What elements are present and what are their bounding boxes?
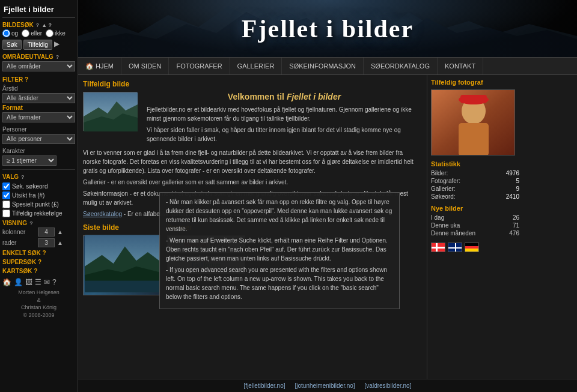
header: Fjellet i bilder (78, 0, 577, 57)
nav-om-siden[interactable]: OM SIDEN (121, 58, 169, 74)
visning-help-icon[interactable]: ? (29, 220, 33, 226)
checkbox-sokkeord[interactable]: Søk. søkeord (2, 182, 75, 190)
valg-help-icon[interactable]: ? (21, 174, 25, 180)
fotografer-label: Fotografer: (431, 178, 460, 184)
flag-uk[interactable] (448, 243, 462, 252)
valg-section: Søk. søkeord Utsikt fra (#) Spesielt pun… (2, 182, 75, 217)
radio-ikke[interactable]: ikke (46, 29, 66, 37)
welcome-p1: Fjelletbilder.no er et bildearkiv med ho… (147, 105, 422, 123)
rader-label: rader (2, 240, 35, 246)
footer-link1[interactable]: [fjelletibilder.no] (244, 382, 285, 389)
kartsok-help-icon[interactable]: ? (34, 268, 37, 274)
person-nav-icon[interactable]: 👤 (14, 278, 23, 286)
tilfeldig-bilde-header: Tilfeldig bilde (83, 80, 422, 88)
kolonner-up-icon[interactable]: ▲ (57, 229, 63, 235)
kolonner-label: kolonner (2, 229, 35, 235)
omrade-select[interactable]: Alle områder (2, 61, 75, 71)
nav-gallerier[interactable]: GALLERIER (230, 58, 282, 74)
gallerier-label: Gallerier: (431, 185, 456, 192)
nav-sokeinformasjon[interactable]: SØKEINFORMASJON (282, 58, 364, 74)
tooltip-text3: - If you open advanced search you are pr… (166, 265, 393, 301)
omradeutvalg-label: OMRÅDEUTVALG ? (2, 53, 75, 60)
sidebar-title: Fjellet i bilder (2, 2, 75, 18)
tooltip-text2: - Wenn man auf Erweiterte Suche klickt, … (166, 236, 393, 263)
personer-select[interactable]: Alle personer (2, 134, 75, 144)
bottom-nav-icons: 🏠 👤 🖼 ☰ ✉ ? (2, 278, 75, 286)
tilfeldig-img-svg (84, 92, 138, 131)
search-buttons: Søk Tilfeldig ▶ (2, 40, 75, 50)
fotografer-value: 5 (516, 178, 519, 184)
svg-rect-8 (85, 281, 159, 292)
language-flags (431, 243, 519, 252)
denne-uka-label: Denne uka (431, 222, 460, 229)
checkbox-spesielt[interactable]: Spesielt punkt (£) (2, 201, 75, 208)
omradeutvalg-help-icon[interactable]: ? (56, 54, 60, 60)
statistikk-header: Statistikk (431, 160, 519, 167)
bildesok-help-icon[interactable]: ? (36, 22, 40, 28)
svg-rect-11 (459, 123, 489, 155)
nav-soeordkatalog[interactable]: SØEORDKATALOG (364, 58, 438, 74)
enkelt-sok-label: ENKELT SØK ? (2, 250, 75, 256)
list-nav-icon[interactable]: ☰ (35, 278, 41, 286)
kolonner-input[interactable]: 4 (38, 228, 55, 237)
footer: [fjelletibilder.no] [jotunheimenibilder.… (78, 379, 577, 392)
i-dag-label: I dag (431, 214, 444, 221)
fotograf-image[interactable] (431, 89, 515, 155)
flag-norway[interactable] (431, 243, 445, 252)
bildesok-radios: og eller ikke (2, 29, 75, 37)
radio-og[interactable]: og (2, 29, 18, 37)
search-button[interactable]: Søk (2, 40, 22, 50)
denne-maneden-label: Denne måneden (431, 230, 475, 237)
sidebar: Fjellet i bilder BILDESØK ? ▲ ? og eller… (0, 0, 78, 392)
checkbox-tilfeldig[interactable]: Tilfeldig rekkefølge (2, 210, 75, 217)
flag-germany[interactable] (465, 243, 479, 252)
stat-fotografer: Fotografer: 5 (431, 178, 519, 184)
siste-bilde-section: Siste bilde www.fjelletibilder.no (83, 223, 161, 295)
tilfeldig-image[interactable] (83, 92, 137, 131)
welcome-p3: Vi er to venner som er glad i å ta frem … (83, 148, 422, 175)
content-right: Tilfeldig fotograf Statistik (427, 75, 523, 392)
fotograf-img-svg (432, 90, 515, 155)
help-nav-icon[interactable]: ? (52, 278, 56, 286)
siste-image[interactable]: www.fjelletibilder.no (83, 235, 161, 295)
nye-i-dag: I dag 26 (431, 214, 519, 221)
supersok-help-icon[interactable]: ? (38, 259, 41, 265)
kolonner-row: kolonner 4 ▲ (2, 228, 75, 237)
content-left: Tilfeldig bilde Velkommen (78, 75, 427, 392)
home-nav-icon[interactable]: 🏠 (2, 278, 11, 286)
denne-uka-value: 71 (513, 222, 519, 229)
bilder-label: Bilder: (431, 170, 448, 176)
rader-up-icon[interactable]: ▲ (57, 240, 63, 246)
gallery-nav-icon[interactable]: 🖼 (25, 278, 32, 286)
sokeordkatalog-link[interactable]: Søeordkatalog (83, 211, 122, 217)
tilfeldig-button[interactable]: Tilfeldig (23, 40, 52, 50)
format-select[interactable]: Alle formater (2, 112, 75, 122)
sokeord-label: Søkeord: (431, 193, 456, 200)
rader-input[interactable]: 3 (38, 238, 55, 247)
nye-denne-uka: Denne uka 71 (431, 222, 519, 229)
personer-label: Personer (2, 126, 75, 133)
arrow-icon[interactable]: ▶ (54, 40, 60, 50)
filter-help-icon[interactable]: ? (25, 76, 28, 83)
svg-rect-13 (460, 95, 487, 103)
welcome-p2: Vi håper siden faller i smak, og håper d… (147, 125, 422, 143)
arstid-select[interactable]: Alle årstider (2, 93, 75, 103)
footer-link2[interactable]: [jotunheimenibilder.no] (295, 382, 355, 389)
denne-maneden-value: 476 (509, 230, 519, 237)
enkelt-sok-help-icon[interactable]: ? (43, 250, 46, 256)
karakter-select[interactable]: ≥ 1 stjerner (2, 155, 56, 166)
site-title: Fjellet i bilder (242, 14, 414, 43)
nav-fotografer[interactable]: FOTOGRAFER (169, 58, 230, 74)
format-label: Format (2, 104, 75, 111)
main-content: Tilfeldig bilde Velkommen (78, 75, 577, 392)
tilfeldig-fotograf-header: Tilfeldig fotograf (431, 79, 519, 86)
radio-eller[interactable]: eller (22, 29, 42, 37)
valg-label: VALG ? (2, 173, 75, 180)
mail-nav-icon[interactable]: ✉ (44, 278, 50, 286)
checkbox-utsikt[interactable]: Utsikt fra (#) (2, 191, 75, 199)
footer-link3[interactable]: [valdresibilder.no] (365, 382, 412, 389)
i-dag-value: 26 (513, 214, 519, 221)
nav-kontakt[interactable]: KONTAKT (438, 58, 483, 74)
filter-label: FILTER ? (2, 76, 75, 83)
nav-hjem[interactable]: 🏠 HJEM (78, 58, 121, 74)
